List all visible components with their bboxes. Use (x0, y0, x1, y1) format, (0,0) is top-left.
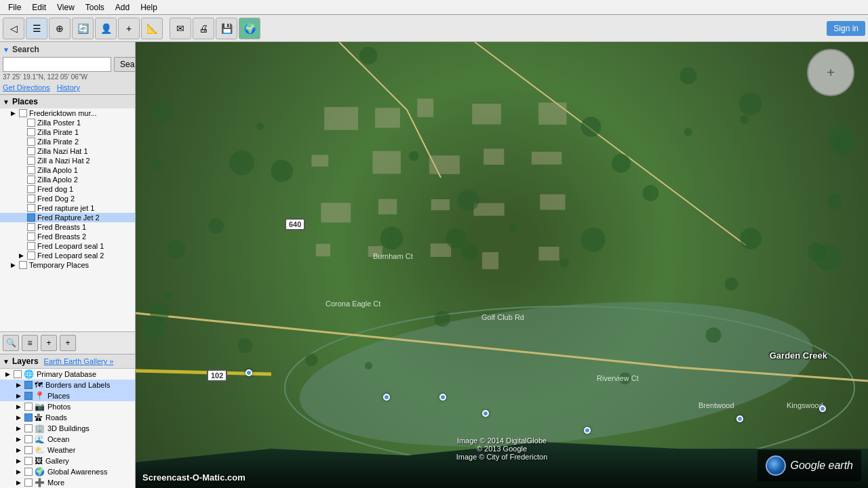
road-marker-102: 102 (207, 369, 227, 382)
add-item-btn[interactable]: + (60, 335, 76, 351)
layers-header: ▼ Layers Earth Earth Gallery » (0, 354, 135, 369)
copyright-line1: Image © 2014 DigitalGlobe (456, 436, 548, 445)
menu-bar: File Edit View Tools Add Help (0, 0, 868, 15)
get-directions-link[interactable]: Get Directions (3, 83, 50, 92)
add-folder-btn[interactable]: + (41, 335, 57, 351)
list-view-btn[interactable]: ≡ (22, 335, 38, 351)
map-area[interactable]: 640 102 Garden Creek + Image © 2014 Digi… (136, 42, 868, 488)
copyright-line2: © 2013 Google (456, 445, 548, 453)
map-pin-1[interactable] (245, 369, 252, 376)
layers-item-7[interactable]: ▶⛅Weather (0, 445, 135, 455)
toolbar: ◁ ☰ ⊕ 🔄 👤 + 📐 ✉ 🖨 💾 🌍 Sign in (0, 15, 868, 42)
layers-item-4[interactable]: ▶🛣Roads (0, 412, 135, 423)
layers-item-3[interactable]: ▶📷Photos (0, 401, 135, 412)
places-item-3[interactable]: Zilla Pirate 2 (0, 137, 135, 146)
map-navigation: + (807, 49, 854, 96)
earth-gallery-link[interactable]: Earth Earth Gallery » (44, 357, 114, 365)
earth-label: Earth (44, 357, 62, 365)
map-pin-3[interactable] (439, 394, 446, 401)
places-header[interactable]: ▼ Places (0, 95, 135, 108)
search-input-row: Search (3, 57, 132, 72)
copyright-info: Image © 2014 DigitalGlobe © 2013 Google … (456, 436, 548, 461)
places-item-14[interactable]: Fred Leopard seal 1 (0, 241, 135, 251)
map-pin-7[interactable] (819, 405, 826, 412)
signin-button[interactable]: Sign in (827, 21, 865, 36)
navigate-button[interactable]: 🔄 (72, 18, 94, 39)
places-item-1[interactable]: Zilla Poster 1 (0, 118, 135, 127)
screencast-watermark: Screencast-O-Matic.com (142, 472, 245, 483)
map-pin-2[interactable] (383, 394, 390, 401)
print-button[interactable]: 🖨 (193, 18, 214, 39)
history-link[interactable]: History (57, 83, 80, 92)
places-item-13[interactable]: Fred Breasts 2 (0, 232, 135, 241)
search-section: ▼ Search Search 37 25' 19.1"N, 122 05' 0… (0, 42, 135, 95)
menu-help[interactable]: Help (135, 1, 163, 14)
places-item-11[interactable]: Fred Rapture Jet 2 (0, 213, 135, 222)
places-toolbar: 🔍 ≡ + + (0, 332, 135, 354)
map-canvas (136, 42, 868, 488)
layers-section: ▼ Layers Earth Earth Gallery » ▶🌐Primary… (0, 354, 135, 488)
places-item-4[interactable]: Zilla Nazi Hat 1 (0, 146, 135, 156)
search-links: Get Directions History (3, 83, 132, 92)
nav-ring[interactable]: + (807, 49, 854, 96)
layers-arrow: ▼ (3, 358, 9, 365)
search-button[interactable]: Search (114, 57, 136, 72)
gallery-label: Earth Gallery (64, 357, 107, 365)
road-marker-640: 640 (285, 218, 305, 230)
menu-add[interactable]: Add (110, 1, 135, 14)
earth-button[interactable]: 🌍 (239, 18, 260, 39)
menu-view[interactable]: View (52, 1, 80, 14)
places-item-7[interactable]: Zilla Apolo 2 (0, 175, 135, 184)
places-item-15[interactable]: ▶Fred Leopard seal 2 (0, 251, 135, 260)
layers-title: Layers (12, 357, 39, 366)
gallery-arrow-icon: » (109, 357, 113, 365)
google-earth-globe-icon (766, 455, 786, 476)
menu-tools[interactable]: Tools (80, 1, 110, 14)
places-item-16[interactable]: ▶Temporary Places (0, 260, 135, 270)
map-pin-4[interactable] (482, 410, 489, 417)
back-button[interactable]: ◁ (3, 18, 24, 39)
search-header: ▼ Search (3, 45, 132, 54)
zoom-in-button[interactable]: + (118, 18, 140, 39)
places-item-2[interactable]: Zilla Pirate 1 (0, 127, 135, 137)
layers-item-2[interactable]: ▶📍Places (0, 390, 135, 401)
sidebar: ▼ Search Search 37 25' 19.1"N, 122 05' 0… (0, 42, 136, 488)
search-title: Search (12, 45, 39, 54)
layers-item-0[interactable]: ▶🌐Primary Database (0, 369, 135, 380)
places-item-0[interactable]: ▶Fredericktown mur... (0, 108, 135, 118)
main-layout: ▼ Search Search 37 25' 19.1"N, 122 05' 0… (0, 42, 868, 488)
email-button[interactable]: ✉ (170, 18, 191, 39)
places-item-5[interactable]: Zill a Nazi Hat 2 (0, 156, 135, 165)
places-tree: ▶Fredericktown mur... Zilla Poster 1 Zil… (0, 108, 135, 270)
search-places-btn[interactable]: 🔍 (3, 335, 19, 351)
layers-item-9[interactable]: ▶🌍Global Awareness (0, 466, 135, 477)
places-item-12[interactable]: Fred Breasts 1 (0, 222, 135, 232)
menu-edit[interactable]: Edit (26, 1, 52, 14)
map-pin-5[interactable] (584, 427, 591, 434)
save-image-button[interactable]: 💾 (216, 18, 237, 39)
places-item-6[interactable]: Zilla Apolo 1 (0, 165, 135, 175)
places-item-8[interactable]: Fred dog 1 (0, 184, 135, 194)
coords-display: 37 25' 19.1"N, 122 05' 06"W (3, 73, 132, 81)
copyright-line3: Image © City of Fredericton (456, 453, 548, 461)
layers-item-6[interactable]: ▶🌊Ocean (0, 434, 135, 445)
street-view-button[interactable]: 👤 (95, 18, 117, 39)
places-item-9[interactable]: Fred Dog 2 (0, 194, 135, 203)
search-input[interactable] (3, 57, 111, 72)
layers-item-10[interactable]: ▶➕More (0, 477, 135, 488)
places-section: ▼ Places ▶Fredericktown mur... Zilla Pos… (0, 95, 135, 332)
layers-tree: ▶🌐Primary Database▶🗺Borders and Labels▶📍… (0, 369, 135, 488)
menu-file[interactable]: File (3, 1, 26, 14)
places-title: Places (12, 97, 38, 106)
ruler-button[interactable]: 📐 (141, 18, 163, 39)
show-sidebar-button[interactable]: ☰ (26, 18, 47, 39)
layers-item-1[interactable]: ▶🗺Borders and Labels (0, 380, 135, 390)
fly-to-button[interactable]: ⊕ (49, 18, 71, 39)
google-earth-logo: Google earth (757, 450, 861, 481)
map-pin-6[interactable] (736, 415, 743, 422)
layers-item-8[interactable]: ▶🖼Gallery (0, 455, 135, 466)
places-item-10[interactable]: Fred rapture jet 1 (0, 203, 135, 213)
layers-item-5[interactable]: ▶🏢3D Buildings (0, 423, 135, 434)
google-earth-text: Google earth (790, 460, 853, 472)
